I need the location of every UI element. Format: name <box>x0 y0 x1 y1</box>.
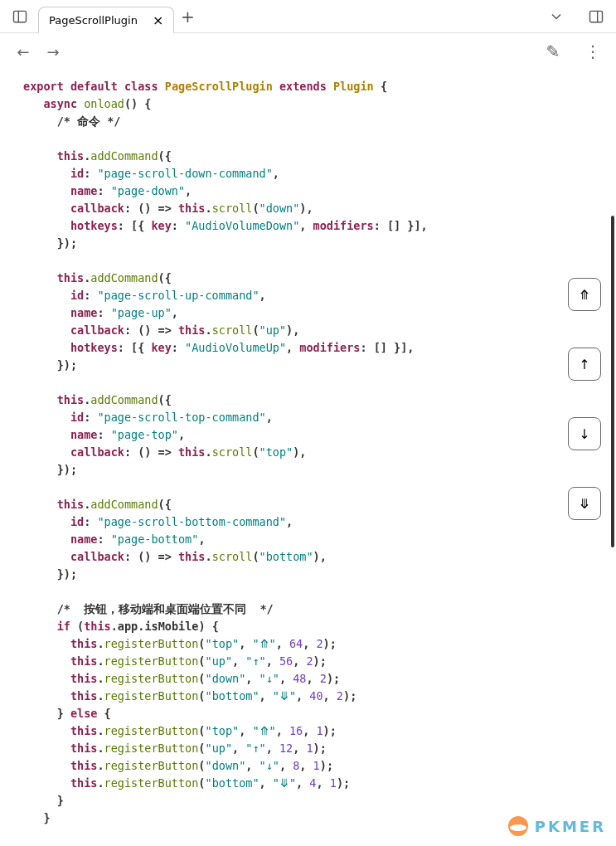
tab-list-chevron-icon[interactable] <box>546 7 566 27</box>
code-editor[interactable]: export default class PageScrollPlugin ex… <box>0 70 616 835</box>
tab-close-icon[interactable]: × <box>153 12 163 28</box>
svg-rect-2 <box>590 11 603 22</box>
watermark-text: PKMER <box>535 818 606 835</box>
more-menu-icon[interactable]: ⋮ <box>583 41 603 61</box>
scrollbar-thumb[interactable] <box>611 216 614 547</box>
tab-bar: PageScrollPlugin × + <box>0 0 616 33</box>
edit-icon[interactable] <box>543 41 563 61</box>
svg-rect-0 <box>14 11 27 22</box>
scroll-down-button[interactable]: ↓ <box>568 417 601 450</box>
scroll-up-button[interactable]: ↑ <box>568 348 601 381</box>
watermark-logo-icon <box>508 816 528 836</box>
scroll-top-button[interactable]: ⤊ <box>568 278 601 311</box>
scroll-button-group: ⤊ ↑ ↓ ⤋ <box>568 278 601 520</box>
new-tab-icon[interactable]: + <box>177 7 197 27</box>
tab-title: PageScrollPlugin <box>49 14 138 27</box>
nav-forward-icon[interactable] <box>43 41 63 61</box>
toolbar: ⋮ <box>0 33 616 70</box>
nav-back-icon[interactable] <box>13 41 33 61</box>
scroll-bottom-button[interactable]: ⤋ <box>568 487 601 520</box>
watermark: PKMER <box>508 816 606 836</box>
tab-active[interactable]: PageScrollPlugin × <box>38 7 174 33</box>
sidebar-left-icon[interactable] <box>10 7 30 27</box>
sidebar-right-icon[interactable] <box>586 7 606 27</box>
